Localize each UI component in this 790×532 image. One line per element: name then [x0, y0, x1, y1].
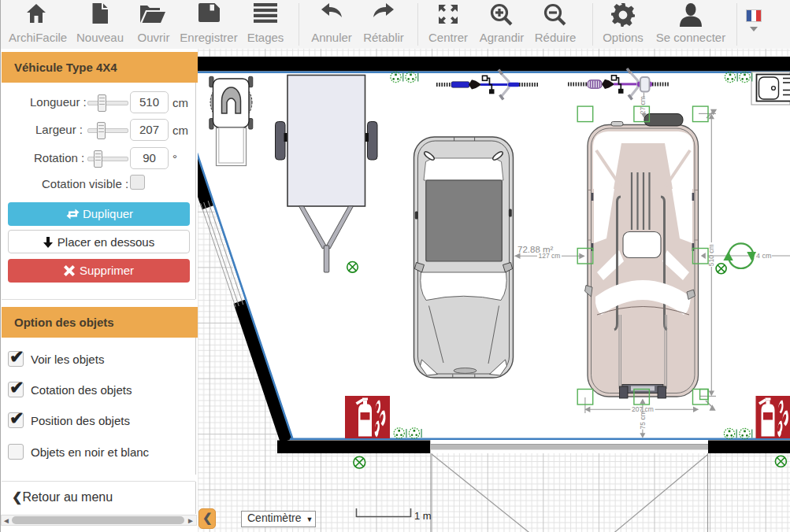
svg-text:75 cm: 75 cm: [639, 411, 647, 429]
svg-text:510 cm: 510 cm: [707, 244, 715, 266]
svg-text:4 cm: 4 cm: [756, 252, 772, 260]
svg-text:27 cm: 27 cm: [639, 96, 647, 114]
svg-text:1 m: 1 m: [414, 510, 432, 522]
svg-text:127 cm: 127 cm: [539, 252, 561, 260]
